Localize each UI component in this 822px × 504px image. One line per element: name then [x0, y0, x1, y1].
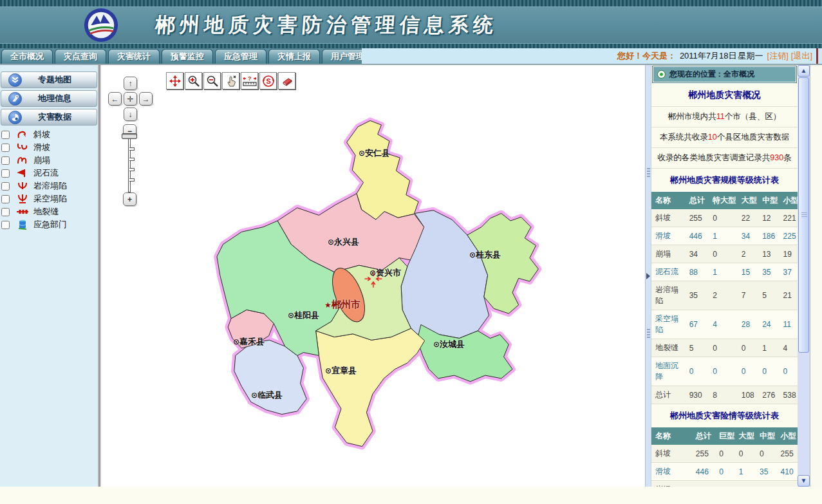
map-label-yizhang: ⊙宜章县 [325, 365, 357, 377]
layer-list: 斜坡 滑坡 崩塌 泥石流 [0, 128, 98, 231]
pan-down-button[interactable]: ↓ [124, 107, 137, 121]
ground-fissure-icon [14, 206, 31, 218]
layer-label: 采空塌陷 [33, 193, 67, 205]
debris-flow-icon [14, 167, 31, 179]
scale-icon[interactable]: S [259, 72, 277, 89]
tab-site-query[interactable]: 灾点查询 [55, 49, 106, 64]
data-chart-icon [8, 111, 22, 124]
layer-label: 斜坡 [33, 129, 50, 140]
scroll-track[interactable] [798, 353, 810, 475]
banner-pattern-top [0, 0, 822, 7]
risk-grade-table: 名称总计巨型大型中型小型 斜坡255000255 滑坡4460135410 崩塌… [651, 427, 798, 487]
svg-text:?: ? [248, 75, 252, 82]
pan-right-button[interactable]: → [139, 92, 153, 106]
table-total-row: 总计9308108276538 [651, 386, 798, 404]
table-row: 崩塌3402626 [651, 481, 798, 487]
layer-label: 地裂缝 [33, 206, 59, 218]
mined-out-collapse-icon [14, 193, 31, 205]
identify-hand-icon[interactable] [222, 72, 239, 89]
zoom-slider-track[interactable] [128, 138, 131, 192]
eraser-icon[interactable] [278, 72, 295, 89]
app-title: 郴州地质灾害防治管理信息系统 [154, 12, 499, 39]
table-row: 崩塌34021319 [651, 245, 798, 263]
page-right-margin [810, 65, 822, 487]
map-label-linwu: ⊙临武县 [251, 389, 283, 401]
map-label-guiyang: ⊙桂阳县 [288, 310, 319, 321]
scroll-thumb[interactable] [798, 77, 809, 353]
tools-icon [8, 92, 22, 106]
layer-checkbox-collapse[interactable] [1, 156, 10, 165]
pan-up-button[interactable]: ↑ [124, 77, 137, 90]
layer-checkbox-karst-collapse[interactable] [1, 182, 10, 191]
region-yizhang[interactable] [316, 328, 425, 446]
svg-text:S: S [266, 77, 270, 85]
logout-link[interactable]: [注销] [767, 50, 789, 62]
table-row: 斜坡25502212221 [651, 209, 798, 227]
table1-title: 郴州地质灾害规模等级统计表 [651, 169, 798, 192]
slope-icon [14, 129, 31, 140]
exit-link[interactable]: [退出] [791, 50, 812, 62]
app-banner: 郴州地质灾害防治管理信息系统 [0, 0, 822, 48]
count-counties: 10 [708, 133, 717, 142]
chevron-double-down-icon [8, 73, 22, 87]
layer-row-mined-out-collapse: 采空塌陷 [0, 192, 98, 205]
zoom-slider-thumb[interactable] [122, 133, 137, 139]
overview-title: 郴州地质灾害概况 [651, 84, 798, 107]
location-dot-icon [657, 70, 666, 79]
layer-row-emergency-dept: 应急部门 [0, 218, 98, 231]
measure-distance-icon[interactable]: ? [241, 72, 258, 89]
pan-left-button[interactable]: ← [108, 92, 122, 106]
zoom-out-icon[interactable] [203, 72, 221, 89]
layer-label: 泥石流 [33, 167, 59, 179]
layer-checkbox-emergency-dept[interactable] [1, 221, 10, 229]
zoom-slider-tick [129, 158, 135, 161]
left-sidebar: 专题地图 地理信息 灾害数据 斜坡 [0, 65, 98, 487]
map-label-rucheng: ⊙汝城县 [433, 339, 465, 350]
greeting-text: 您好！今天是： [617, 50, 676, 62]
date-bar: 您好！今天是： 2011年7月18日 星期一 [注销] [退出] [362, 48, 822, 64]
map-toolbar: ? S [166, 72, 295, 89]
sidebar-section-disaster-data[interactable]: 灾害数据 [1, 109, 97, 126]
collapse-icon [14, 154, 31, 166]
sidebar-section-geo-info[interactable]: 地理信息 [1, 90, 97, 107]
sidebar-section-label: 灾害数据 [22, 111, 97, 123]
pan-icon[interactable] [166, 72, 183, 89]
tab-warning-monitor[interactable]: 预警监控 [162, 49, 213, 64]
emergency-dept-icon [14, 219, 31, 230]
tab-emergency-mgmt[interactable]: 应急管理 [215, 49, 266, 64]
table-row: 地裂缝50014 [651, 339, 798, 357]
table-row: 斜坡255000255 [651, 445, 798, 463]
layer-checkbox-ground-fissure[interactable] [1, 208, 10, 216]
layer-checkbox-landslide[interactable] [1, 144, 10, 152]
sidebar-section-label: 专题地图 [22, 74, 97, 86]
current-date: 2011年7月18日 [680, 50, 737, 62]
layer-checkbox-debris-flow[interactable] [1, 169, 10, 178]
tab-city-overview[interactable]: 全市概况 [1, 49, 53, 64]
table-row: 滑坡446134186225 [651, 227, 798, 245]
layer-checkbox-mined-out-collapse[interactable] [1, 195, 10, 203]
sidebar-section-thematic-map[interactable]: 专题地图 [1, 71, 97, 88]
table-header-row: 名称总计巨型大型中型小型 [651, 427, 798, 445]
table-row: 采空塌陷674282411 [651, 310, 798, 339]
panel-scrollbar[interactable]: ▲ ▼ [798, 65, 810, 487]
zoom-in-step-button[interactable]: + [123, 192, 136, 206]
table-row: 地面沉降00000 [651, 357, 798, 386]
location-bar: 您现在的位置：全市概况 [653, 66, 796, 82]
table-row: 滑坡4460135410 [651, 463, 798, 481]
pan-center-button[interactable]: ✛ [124, 92, 137, 106]
scroll-up-arrow[interactable]: ▲ [798, 65, 810, 77]
map-label-anren: ⊙安仁县 [359, 147, 390, 159]
scroll-down-arrow[interactable]: ▼ [798, 475, 810, 487]
current-weekday: 星期一 [738, 50, 763, 62]
tab-disaster-report[interactable]: 灾情上报 [268, 49, 320, 64]
zoom-in-icon[interactable] [185, 72, 202, 89]
tab-disaster-stats[interactable]: 灾害统计 [108, 49, 160, 64]
globe-mountain-logo-icon [82, 6, 120, 44]
map-canvas[interactable]: ⊙安仁县 ⊙永兴县 ⊙资兴市 ⊙桂东县 ★郴州市 ⊙桂阳县 ⊙嘉禾县 ⊙汝城县 … [101, 65, 645, 487]
map-label-zixing: ⊙资兴市 [369, 267, 401, 279]
splitter-collapse-arrow[interactable] [646, 273, 650, 279]
panel-splitter[interactable] [645, 65, 651, 487]
table2-title: 郴州地质灾害险情等级统计表 [651, 404, 798, 427]
map-label-guidong: ⊙桂东县 [469, 249, 501, 261]
layer-checkbox-slope[interactable] [1, 131, 10, 139]
